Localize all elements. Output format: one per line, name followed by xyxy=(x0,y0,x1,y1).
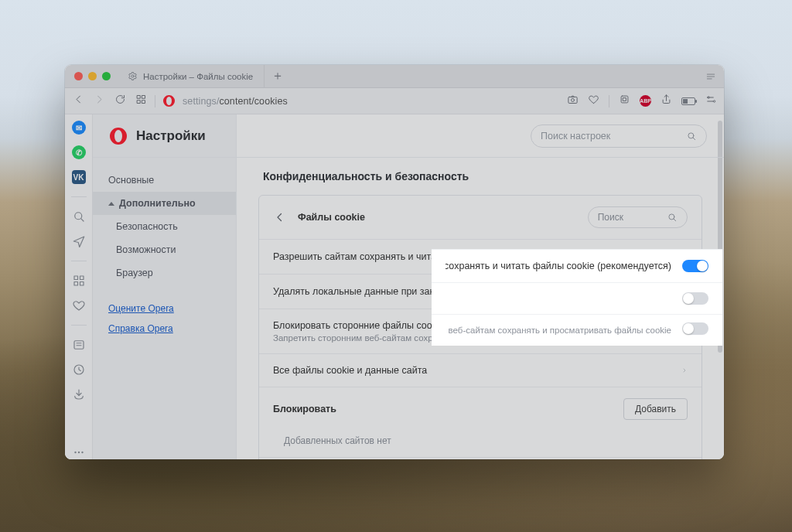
svg-point-17 xyxy=(77,452,79,453)
chevron-right-icon xyxy=(681,366,688,375)
settings-left-nav: Основные Дополнительно Безопасность Возм… xyxy=(93,114,237,459)
vk-icon[interactable]: VK xyxy=(72,170,86,184)
back-arrow-icon[interactable] xyxy=(273,210,287,224)
svg-rect-8 xyxy=(623,98,626,101)
link-help-opera[interactable]: Справка Opera xyxy=(93,319,236,339)
downloads-icon[interactable] xyxy=(72,387,86,401)
svg-rect-2 xyxy=(142,96,145,99)
svg-rect-14 xyxy=(74,341,84,350)
news-icon[interactable] xyxy=(72,338,86,352)
nav-forward-button[interactable] xyxy=(94,94,105,108)
svg-rect-1 xyxy=(138,96,141,99)
svg-rect-11 xyxy=(80,276,84,280)
row-all-cookies[interactable]: Все файлы cookie и данные сайта xyxy=(259,353,702,387)
opera-sidebar: ✉ ✆ VK xyxy=(65,114,93,459)
svg-rect-12 xyxy=(74,282,78,286)
maximize-window-button[interactable] xyxy=(102,72,111,80)
svg-rect-5 xyxy=(568,97,577,103)
svg-rect-7 xyxy=(621,96,628,103)
svg-rect-4 xyxy=(142,101,145,104)
hl-row-block-sub: Запретить сторонним веб-сайтам сохранять… xyxy=(446,326,671,335)
window-controls xyxy=(65,65,120,87)
caret-up-icon xyxy=(108,202,114,206)
nav-item-advanced-label: Дополнительно xyxy=(119,198,196,209)
history-icon[interactable] xyxy=(72,363,86,377)
new-tab-button[interactable]: ＋ xyxy=(265,65,291,87)
battery-icon[interactable] xyxy=(681,97,695,105)
share-icon[interactable] xyxy=(661,94,672,108)
tab-strip: Настройки – Файлы cookie ＋ xyxy=(65,65,724,88)
tab-title: Настройки – Файлы cookie xyxy=(143,72,253,81)
search-icon[interactable] xyxy=(72,210,86,223)
link-rate-opera[interactable]: Оцените Opera xyxy=(93,298,236,319)
opera-logo-icon xyxy=(110,128,127,145)
more-icon[interactable] xyxy=(72,445,86,459)
section-title-privacy: Конфиденциальность и безопасность xyxy=(263,170,702,182)
block-heading-label: Блокировать xyxy=(273,404,336,414)
nav-back-button[interactable] xyxy=(73,94,84,108)
cookies-search-placeholder: Поиск xyxy=(598,212,623,223)
opera-logo-icon xyxy=(163,95,175,107)
svg-point-18 xyxy=(81,452,83,453)
snapshot-icon[interactable] xyxy=(567,94,579,108)
row-all-cookies-label: Все файлы cookie и данные сайта xyxy=(273,365,427,376)
adblock-icon[interactable]: ABP xyxy=(640,95,651,107)
easy-setup-icon[interactable] xyxy=(705,94,716,108)
block-empty-text: Добавленных сайтов нет xyxy=(273,431,391,446)
svg-point-6 xyxy=(572,98,575,101)
url-path: content/cookies xyxy=(219,96,287,107)
minimize-window-button[interactable] xyxy=(88,72,97,80)
svg-rect-13 xyxy=(80,282,84,286)
tutorial-highlight: Разрешить сайтам сохранять и читать файл… xyxy=(432,249,722,346)
reload-button[interactable] xyxy=(114,94,126,108)
cookies-card-header: Файлы cookie Поиск xyxy=(259,196,702,239)
bookmarks-heart-icon[interactable] xyxy=(72,298,86,312)
close-window-button[interactable] xyxy=(74,72,83,80)
speed-dial-button[interactable] xyxy=(135,94,147,108)
messenger-icon[interactable]: ✉ xyxy=(72,121,86,135)
add-block-button[interactable]: Добавить xyxy=(623,398,688,420)
cookies-search-input[interactable]: Поиск xyxy=(588,206,688,228)
nav-item-basic[interactable]: Основные xyxy=(93,169,236,192)
page-title: Настройки xyxy=(136,128,206,144)
gear-icon xyxy=(128,71,138,81)
extensions-icon[interactable] xyxy=(619,94,630,108)
search-icon xyxy=(667,212,678,223)
cookies-card-title: Файлы cookie xyxy=(298,212,365,223)
row-clear-heading: Очистить при выходе Добавить xyxy=(259,457,702,459)
tab-settings-cookies[interactable]: Настройки – Файлы cookie xyxy=(120,65,265,87)
row-block-heading: Блокировать Добавить xyxy=(259,387,702,431)
row-block-empty: Добавленных сайтов нет xyxy=(259,431,702,457)
browser-window: Настройки – Файлы cookie ＋ settings/cont… xyxy=(65,65,724,459)
hl-toggle-clear[interactable] xyxy=(682,292,708,305)
url-scheme: settings/ xyxy=(183,96,219,107)
address-bar: settings/content/cookies ABP xyxy=(65,88,724,114)
nav-item-browser[interactable]: Браузер xyxy=(93,261,236,285)
whatsapp-icon[interactable]: ✆ xyxy=(72,145,86,159)
send-icon[interactable] xyxy=(72,234,86,248)
heart-icon[interactable] xyxy=(588,94,599,108)
hl-toggle-allow[interactable] xyxy=(682,260,708,272)
svg-point-0 xyxy=(131,75,134,77)
svg-rect-10 xyxy=(74,276,78,280)
tab-menu-icon[interactable] xyxy=(698,65,724,87)
url-display[interactable]: settings/content/cookies xyxy=(183,96,559,107)
nav-item-advanced[interactable]: Дополнительно xyxy=(93,192,236,215)
hl-toggle-block-third[interactable] xyxy=(682,322,708,335)
speed-dial-icon[interactable] xyxy=(72,274,86,288)
svg-rect-3 xyxy=(138,101,141,104)
nav-item-security[interactable]: Безопасность xyxy=(93,215,236,238)
hl-row-allow-label: Разрешить сайтам сохранять и читать файл… xyxy=(446,261,671,271)
svg-point-16 xyxy=(74,452,76,453)
nav-item-features[interactable]: Возможности xyxy=(93,238,236,261)
